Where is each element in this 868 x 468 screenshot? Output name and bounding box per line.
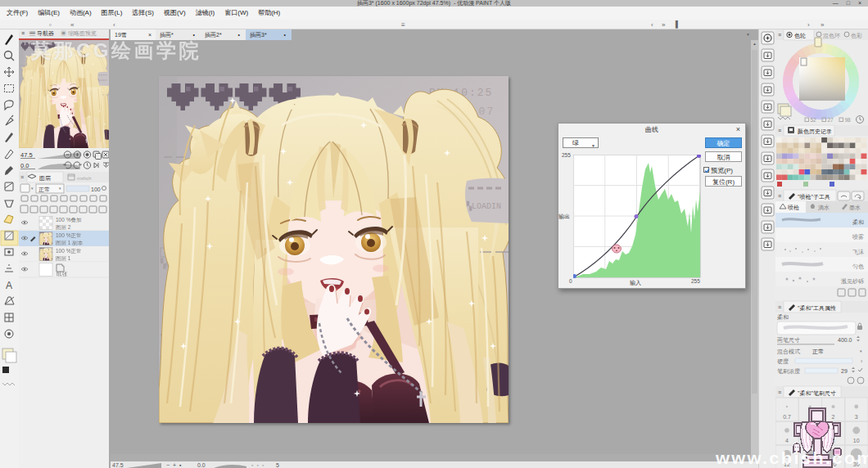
svg-text:画笔尺寸: 画笔尺寸 bbox=[777, 337, 800, 344]
svg-text:≡: ≡ bbox=[778, 389, 781, 395]
svg-text:飞沫: 飞沫 bbox=[852, 249, 864, 255]
svg-text:≡: ≡ bbox=[778, 304, 781, 310]
svg-text:3: 3 bbox=[855, 414, 858, 420]
svg-text:色彩: 色彩 bbox=[851, 33, 862, 39]
svg-text:10: 10 bbox=[853, 438, 860, 443]
svg-text:≡: ≡ bbox=[778, 193, 781, 199]
svg-text:柔和: 柔和 bbox=[777, 313, 789, 320]
svg-text:4: 4 bbox=[785, 438, 789, 443]
svg-text:100 %正常: 100 %正常 bbox=[56, 232, 81, 238]
svg-text:硬度: 硬度 bbox=[777, 358, 789, 365]
svg-text:0.0: 0.0 bbox=[20, 162, 29, 169]
svg-text:喷枪: 喷枪 bbox=[788, 205, 799, 211]
svg-text:混合模式: 混合模式 bbox=[776, 349, 800, 355]
svg-text:"柔和"工具属性: "柔和"工具属性 bbox=[798, 304, 836, 312]
svg-text:"喷枪"子工具: "喷枪"子工具 bbox=[798, 194, 830, 200]
svg-text:笔刷浓度: 笔刷浓度 bbox=[777, 368, 800, 375]
svg-text:▼: ▼ bbox=[30, 187, 34, 191]
svg-text:100 %正常: 100 %正常 bbox=[56, 248, 81, 254]
svg-text:纸张: 纸张 bbox=[56, 271, 68, 277]
svg-text:mshch: mshch bbox=[77, 176, 92, 181]
svg-text:29: 29 bbox=[841, 368, 848, 374]
svg-text:0.7: 0.7 bbox=[783, 414, 791, 420]
svg-text:▚LOADIN: ▚LOADIN bbox=[466, 200, 501, 211]
svg-text:混色环: 混色环 bbox=[822, 33, 840, 39]
svg-text:≡: ≡ bbox=[778, 128, 781, 133]
svg-text:≡: ≡ bbox=[20, 174, 24, 180]
svg-text:27: 27 bbox=[828, 117, 834, 123]
svg-text:墨水: 墨水 bbox=[849, 205, 861, 211]
svg-text:▼: ▼ bbox=[859, 349, 862, 353]
svg-text:正常: 正常 bbox=[38, 187, 50, 192]
svg-text:图层 1 副本: 图层 1 副本 bbox=[56, 240, 84, 245]
svg-text:47.5: 47.5 bbox=[20, 151, 33, 159]
svg-text:100 %叠加: 100 %叠加 bbox=[56, 217, 81, 223]
svg-text:52: 52 bbox=[811, 117, 817, 123]
svg-text:滴水: 滴水 bbox=[818, 205, 830, 211]
svg-text:喷雾: 喷雾 bbox=[852, 234, 864, 240]
svg-text:400.0: 400.0 bbox=[838, 337, 852, 343]
svg-text:▼: ▼ bbox=[58, 187, 61, 191]
svg-text:匀色: 匀色 bbox=[852, 263, 864, 269]
svg-text:溅见砂砾: 溅见砂砾 bbox=[841, 278, 864, 285]
svg-text:100: 100 bbox=[91, 187, 101, 192]
svg-text:图层 2: 图层 2 bbox=[56, 224, 71, 230]
svg-text:色轮: 色轮 bbox=[794, 33, 806, 39]
svg-text:"柔和"笔刷尺寸: "柔和"笔刷尺寸 bbox=[798, 389, 836, 397]
svg-text:正常: 正常 bbox=[812, 349, 824, 354]
svg-text:图层 1: 图层 1 bbox=[56, 255, 71, 261]
svg-text:98: 98 bbox=[845, 117, 852, 123]
svg-text:柔和: 柔和 bbox=[852, 218, 864, 225]
svg-text:≡: ≡ bbox=[778, 32, 781, 38]
svg-text:图层: 图层 bbox=[39, 175, 51, 182]
svg-text:A: A bbox=[6, 280, 12, 291]
svg-text:颜色历史记录: 颜色历史记录 bbox=[797, 128, 832, 135]
